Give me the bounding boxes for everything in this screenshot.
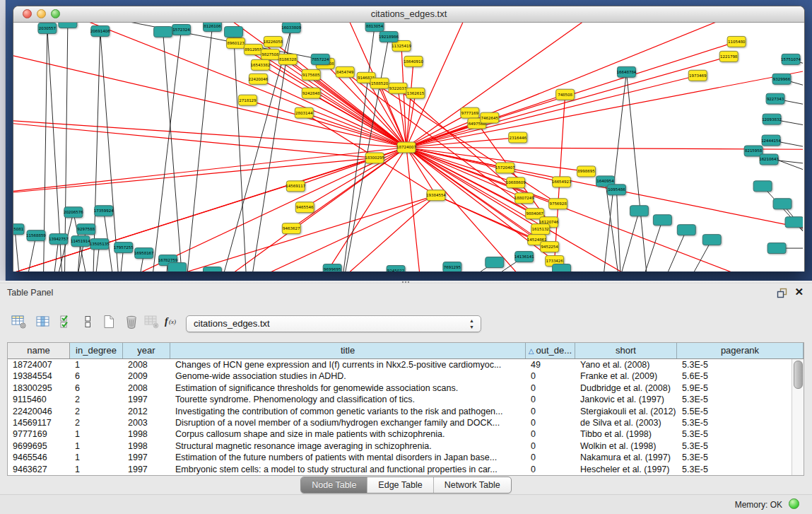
cell-out-de-[interactable]: 0 (526, 417, 575, 428)
cell-in-degree[interactable]: 6 (70, 370, 123, 382)
function-builder-icon[interactable]: f (x) (163, 312, 182, 332)
graph-node[interactable]: 1095486 (607, 185, 625, 195)
graph-node[interactable]: 7691295 (443, 262, 461, 271)
graph-node[interactable]: 18807249 (514, 193, 534, 204)
graph-node[interactable]: 18724007 (396, 142, 416, 153)
graph-node[interactable] (486, 257, 504, 268)
cell-name[interactable]: 14569117 (8, 417, 70, 428)
cell-title[interactable]: Estimation of significance thresholds fo… (170, 382, 526, 394)
graph-node[interactable]: 20691406 (90, 25, 110, 36)
cell-in-degree[interactable]: 1 (70, 359, 123, 370)
graph-node[interactable] (677, 225, 695, 235)
tab-edge-table[interactable]: Edge Table (367, 477, 433, 493)
cell-name[interactable]: 19384554 (8, 370, 70, 382)
cell-title[interactable]: Corpus callosum shape and size in male p… (170, 428, 526, 440)
graph-node[interactable]: 8186328 (278, 54, 297, 64)
graph-node[interactable] (785, 217, 803, 228)
citation-edge-red[interactable] (13, 115, 375, 158)
cell-short[interactable]: Wolkin et al. (1998) (575, 440, 677, 452)
cell-in-degree[interactable]: 2 (70, 394, 123, 405)
graph-node[interactable]: 9329966 (772, 74, 791, 84)
citation-edge-red[interactable] (406, 93, 416, 148)
cell-name[interactable]: 9699695 (8, 440, 70, 452)
graph-node[interactable]: 19384554 (426, 190, 446, 201)
cell-title[interactable]: Investigating the contribution of common… (170, 406, 526, 417)
graph-node[interactable]: 748508 (556, 89, 575, 100)
graph-node[interactable]: 7462645 (481, 112, 499, 123)
network-window-titlebar[interactable]: citations_edges.txt (13, 6, 804, 23)
cell-name[interactable]: 9465546 (8, 452, 70, 463)
cell-in-degree[interactable]: 1 (70, 452, 123, 463)
graph-node[interactable]: 7857224 (311, 54, 329, 64)
graph-node[interactable]: 18226058 (263, 36, 283, 47)
float-window-icon[interactable] (777, 288, 788, 298)
citation-edge-black[interactable] (233, 32, 247, 271)
column-header-pagerank[interactable]: pagerank (677, 343, 804, 358)
citation-edge-red[interactable] (406, 76, 698, 148)
citation-edge-black[interactable] (339, 26, 375, 271)
cell-in-degree[interactable]: 1 (70, 440, 123, 452)
cell-pagerank[interactable]: 5.3E-5 (677, 428, 792, 440)
graph-node[interactable]: 17957255 (114, 243, 134, 253)
cell-out-de-[interactable]: 0 (526, 428, 575, 440)
graph-node[interactable]: 1588520 (370, 78, 389, 88)
graph-node[interactable]: 9777169 (461, 107, 479, 118)
stacked-squares-icon[interactable] (78, 312, 97, 332)
cell-pagerank[interactable]: 5.9E-5 (677, 382, 792, 394)
table-settings-icon[interactable] (10, 312, 28, 332)
cell-year[interactable]: 2008 (123, 359, 170, 370)
graph-node[interactable]: 17359924 (94, 206, 114, 216)
graph-node[interactable]: 8998695 (577, 166, 596, 177)
cell-title[interactable]: Changes of HCN gene expression and I(f) … (170, 359, 526, 370)
citation-edge-black[interactable] (149, 30, 182, 271)
cell-year[interactable]: 2009 (123, 370, 170, 382)
citation-edge-black[interactable] (616, 189, 621, 271)
graph-node[interactable]: 18640910 (404, 56, 423, 66)
show-columns-icon[interactable] (34, 312, 52, 332)
graph-node[interactable]: 9463627 (282, 223, 300, 234)
cell-short[interactable]: Nakamura et al. (1997) (575, 452, 677, 463)
graph-node[interactable]: 9335081 (13, 224, 24, 235)
table-row[interactable]: 1456911722003Disruption of a novel membe… (8, 417, 792, 428)
citation-edge-black[interactable] (626, 72, 649, 271)
citation-edge-black[interactable] (15, 229, 22, 271)
citation-edge-black[interactable] (657, 230, 686, 271)
cell-short[interactable]: Dudbridge et al. (2008) (575, 382, 677, 394)
cell-title[interactable]: Embryonic stem cells: a model to study s… (170, 464, 526, 475)
cell-title[interactable]: Estimation of the future numbers of pati… (170, 452, 526, 463)
cell-in-degree[interactable]: 2 (70, 406, 123, 417)
cell-short[interactable]: Hescheler et al. (1997) (575, 464, 677, 475)
cell-out-de-[interactable]: 0 (526, 464, 575, 475)
graph-node[interactable]: 20206576 (64, 207, 83, 218)
trash-icon[interactable] (122, 312, 141, 332)
cell-out-de-[interactable]: 0 (526, 394, 575, 405)
table-row[interactable]: 977716911998Corpus callosum shape and si… (8, 428, 792, 440)
graph-node[interactable]: 13942757 (49, 234, 69, 245)
table-scrollbar[interactable] (792, 359, 804, 475)
cell-year[interactable]: 1997 (123, 464, 170, 475)
cell-name[interactable]: 9777169 (8, 428, 70, 440)
cell-pagerank[interactable]: 5.3E-5 (677, 359, 792, 370)
citation-edge-black[interactable] (184, 26, 213, 271)
graph-node[interactable]: 16648784 (617, 66, 637, 77)
cell-title[interactable]: Disruption of a novel member of a sodium… (170, 417, 526, 428)
graph-node[interactable]: 10688609 (506, 177, 526, 188)
memory-status-indicator[interactable] (789, 498, 799, 509)
table-row[interactable]: 2242004622012Investigating the contribut… (8, 406, 792, 417)
graph-node[interactable] (630, 206, 648, 216)
cell-year[interactable]: 2012 (123, 406, 170, 417)
cell-out-de-[interactable]: 0 (526, 370, 575, 382)
tab-network-table[interactable]: Network Table (434, 477, 511, 493)
graph-node[interactable]: 16958167 (134, 248, 154, 259)
graph-node[interactable]: 2718129 (238, 95, 257, 105)
citation-edge-black[interactable] (635, 220, 662, 271)
graph-node[interactable]: 8912955 (244, 44, 262, 54)
column-header-year[interactable]: year (123, 343, 170, 358)
table-row[interactable]: 1872400712008Changes of HCN gene express… (8, 359, 792, 370)
graph-node[interactable]: 11451914 (71, 236, 90, 247)
cell-in-degree[interactable]: 1 (70, 464, 123, 475)
graph-node[interactable]: 8813054 (365, 23, 384, 31)
cell-short[interactable]: Yano et al. (2008) (575, 359, 677, 370)
graph-node[interactable]: 12444154 (761, 135, 781, 146)
graph-node[interactable]: 9297588 (77, 224, 95, 235)
